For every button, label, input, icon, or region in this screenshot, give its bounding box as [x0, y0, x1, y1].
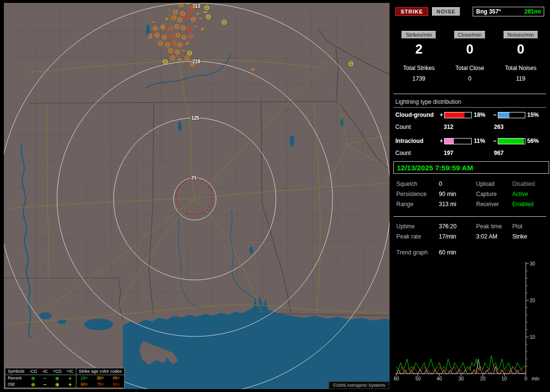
map-view[interactable]: 313 219 125 31 Symbols -CG -IC +CG +IC S… — [4, 3, 390, 389]
ring-label-125: 125 — [191, 115, 200, 121]
plot-mode-value: Strike — [512, 233, 544, 240]
x-tick-50: 50 — [415, 376, 421, 381]
indicator-row: STRIKE NOISE Bng 357° 281mi — [395, 7, 544, 16]
age-60: 60+ — [76, 381, 93, 388]
y-tick-20: 20 — [530, 298, 536, 303]
cg-plus-count: 312 — [444, 124, 494, 130]
cg-minus-pct: 15% — [527, 112, 542, 118]
range-value: 313 mi — [439, 201, 476, 208]
x-tick-0: 0 — [524, 376, 527, 381]
app-window: 313 219 125 31 Symbols -CG -IC +CG +IC S… — [0, 0, 550, 392]
intracloud-count-row: Count 197 967 — [395, 150, 545, 156]
ring-label-219: 219 — [192, 59, 201, 64]
ic-plus-pct: 11% — [474, 138, 489, 144]
cloud-ground-label: Cloud-ground — [395, 112, 438, 118]
cg-minus-count: 263 — [494, 124, 504, 130]
receiver-status: Enabled — [512, 201, 544, 208]
trend-series — [396, 355, 526, 374]
plus-sign: + — [438, 112, 444, 118]
upload-label: Upload — [476, 181, 512, 187]
intracloud-row: Intracloud + 11% − 56% — [395, 138, 545, 144]
cg-minus-bar — [498, 112, 525, 118]
map-canvas: 313 219 125 31 — [4, 3, 390, 389]
legend-recent-label: Recent — [5, 375, 27, 382]
copyright-label: ©2005 Astrogenic Systems — [329, 381, 390, 389]
strikes-per-min-button[interactable]: Strikes/min — [402, 31, 435, 39]
ic-minus-pct: 56% — [527, 138, 542, 144]
datetime-box: 12/13/2025 7:59:59 AM — [393, 161, 549, 174]
age-15: 15+ — [76, 375, 93, 382]
legend-old-label: Old — [5, 381, 27, 388]
trend-ticks — [396, 264, 529, 376]
total-close-value: 0 — [444, 75, 495, 82]
bearing-distance: 281mi — [524, 8, 541, 15]
trend-graph-label: Trend graph — [396, 249, 439, 256]
separator — [393, 94, 546, 94]
old-pic-icon: + — [64, 381, 76, 388]
cg-plus-bar — [444, 112, 472, 118]
total-strikes-label: Total Strikes — [393, 65, 444, 71]
x-tick-20: 20 — [480, 376, 486, 381]
peak-time-label: Peak time — [476, 223, 512, 230]
cloud-ground-row: Cloud-ground + 18% − 15% — [395, 112, 545, 118]
age-75: 75+ — [92, 381, 108, 388]
capture-label: Capture — [476, 191, 512, 197]
squelch-label: Squelch — [396, 181, 439, 187]
stats-grid: Uptime 376:20 Peak time Plot Peak rate 1… — [396, 223, 544, 240]
range-label: Range — [396, 201, 439, 208]
ring-label-31: 31 — [191, 175, 197, 181]
datetime-value: 12/13/2025 7:59:59 AM — [397, 164, 473, 172]
noises-per-min-button[interactable]: Noises/min — [504, 31, 537, 39]
recent-nic-icon: − — [40, 375, 50, 382]
totals-row: Total Strikes 1739 Total Close 0 Total N… — [393, 65, 546, 82]
persistence-label: Persistence — [396, 191, 439, 197]
noises-per-min-value: 0 — [495, 42, 546, 57]
ic-plus-bar — [444, 138, 472, 144]
plot-label: Plot — [512, 223, 544, 230]
peak-time-value: 3:02 AM — [476, 233, 512, 240]
old-ncg-icon: ⊖ — [27, 381, 40, 388]
age-30: 30+ — [92, 375, 108, 382]
trend-graph: 60 50 40 30 20 10 0 min 10 20 30 — [393, 259, 546, 388]
noise-indicator-button[interactable]: NOISE — [432, 7, 460, 16]
total-noises-value: 119 — [495, 75, 546, 82]
map-legend: Symbols -CG -IC +CG +IC Strike age color… — [5, 368, 125, 388]
bearing-readout: Bng 357° 281mi — [473, 7, 544, 16]
cg-plus-pct: 18% — [474, 112, 489, 118]
persistence-value: 90 min — [439, 191, 476, 197]
ic-plus-count: 197 — [444, 150, 494, 156]
close-per-min-value: 0 — [444, 42, 495, 57]
strike-indicator-button[interactable]: STRIKE — [395, 7, 428, 16]
ic-minus-bar-fill — [498, 139, 524, 144]
separator — [393, 216, 546, 217]
old-pcg-icon: ⊕ — [50, 381, 64, 388]
cg-minus-bar-fill — [498, 112, 509, 118]
age-45: 45+ — [108, 375, 124, 382]
close-per-min-button[interactable]: Close/min — [454, 31, 486, 39]
ic-count-label: Count — [395, 150, 444, 156]
strikes-per-min-value: 2 — [393, 42, 444, 57]
cg-count-label: Count — [395, 124, 444, 130]
legend-col-ncg: -CG — [27, 368, 40, 375]
x-tick-40: 40 — [436, 376, 442, 381]
recent-pic-icon: + — [64, 375, 76, 382]
status-grid: Squelch 0 Upload Disabled Persistence 90… — [396, 181, 544, 208]
intracloud-label: Intracloud — [395, 138, 438, 144]
x-tick-30: 30 — [458, 376, 464, 381]
uptime-value: 376:20 — [439, 223, 476, 230]
legend-age-title: Strike age color codes — [76, 368, 125, 375]
bearing-label: Bng 357° — [476, 8, 501, 15]
total-close-label: Total Close — [444, 65, 495, 71]
legend-col-pic: +IC — [64, 368, 76, 375]
peak-rate-label: Peak rate — [396, 233, 439, 240]
x-unit-label: min — [532, 376, 539, 381]
total-noises-label: Total Noises — [495, 65, 546, 71]
cloud-ground-count-row: Count 312 263 — [395, 124, 545, 130]
rates-row: Strikes/min 2 Close/min 0 Noises/min 0 — [393, 31, 546, 57]
ic-minus-bar — [498, 138, 525, 144]
legend-col-nic: -IC — [40, 368, 50, 375]
total-strikes-value: 1739 — [393, 75, 444, 82]
squelch-value: 0 — [439, 181, 476, 187]
legend-symbols-header: Symbols — [5, 368, 27, 375]
recent-ncg-icon: ⊖ — [27, 375, 40, 382]
